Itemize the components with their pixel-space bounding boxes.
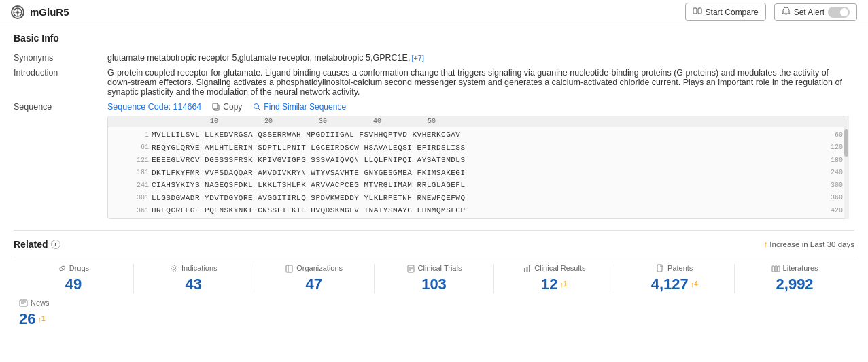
svg-point-1: [16, 11, 19, 14]
sequence-row: 301 LLGSDGWADR YDVTDGYQRE AVGGITIRLQ SPD…: [108, 192, 848, 205]
stat-value: 4,127 ↑4: [620, 276, 729, 293]
seq-row-data: REQYGLQRVE AMLHTLERIN SDPTLLPNIT LGCEIRD…: [152, 142, 818, 154]
sequence-header: Sequence Code: 114664 Copy: [107, 102, 849, 112]
stat-icon: [19, 299, 28, 308]
stat-icon: [406, 264, 415, 273]
sequence-scrollbar[interactable]: [844, 116, 849, 219]
sequence-scrollbar-thumb: [844, 129, 848, 157]
synonyms-tag-link[interactable]: [+7]: [411, 54, 424, 62]
header-right: Start Compare Set Alert: [685, 3, 857, 21]
copy-button[interactable]: Copy: [212, 102, 242, 112]
sequence-row: Sequence Sequence Code: 114664 Copy: [14, 99, 854, 222]
ruler-30: 30: [296, 118, 350, 125]
related-info-icon[interactable]: i: [51, 240, 60, 249]
stat-label: Drugs: [19, 264, 128, 273]
alert-toggle[interactable]: [828, 7, 850, 18]
seq-row-end: 180: [818, 155, 843, 165]
seq-row-start: 181: [114, 167, 149, 178]
molecule-icon: [11, 5, 24, 19]
stat-item[interactable]: Patents 4,127 ↑4: [614, 264, 735, 293]
increase-label: ↑ Increase in Last 30 days: [763, 240, 854, 249]
svg-rect-6: [693, 8, 697, 14]
svg-line-13: [60, 267, 64, 270]
sequence-label: Sequence: [14, 99, 102, 222]
stat-name: Clinical Trials: [418, 264, 462, 272]
related-section: Related i ↑ Increase in Last 30 days Dru…: [14, 239, 854, 328]
seq-row-data: DKTLFKYFMR VVPSDAQQAR AMVDIVKRYN WTYVSAV…: [152, 167, 818, 179]
seq-row-data: MVLLLILSVL LLKEDVRGSA QSSERRWAH MPGDIIIG…: [152, 129, 818, 141]
seq-row-end: 60: [818, 130, 843, 140]
svg-line-11: [258, 108, 260, 110]
ruler-20: 20: [241, 118, 296, 125]
stat-item[interactable]: Clinical Results 12 ↑1: [494, 264, 614, 293]
stat-value: 12 ↑1: [500, 276, 608, 293]
introduction-value: G-protein coupled receptor for glutamate…: [102, 65, 854, 99]
svg-rect-22: [524, 268, 525, 272]
sequence-row: 181 DKTLFKYFMR VVPSDAQQAR AMVDIVKRYN WTY…: [108, 167, 848, 180]
ruler-40: 40: [350, 118, 404, 125]
stat-name: Literatures: [783, 264, 818, 272]
stat-name: News: [31, 299, 50, 307]
seq-row-data: EEEEGLVRCV DGSSSSFRSK KPIVGVIGPG SSSVAIQ…: [152, 154, 818, 166]
svg-rect-24: [529, 265, 530, 272]
start-compare-button[interactable]: Start Compare: [685, 3, 766, 21]
stat-item[interactable]: Drugs 49: [14, 264, 134, 293]
compare-icon: [693, 6, 702, 18]
stat-item[interactable]: Literatures 2,992: [735, 264, 854, 293]
stat-item[interactable]: Clinical Trials 103: [375, 264, 495, 293]
stat-icon: [523, 264, 532, 273]
alert-label: Set Alert: [794, 7, 824, 17]
stat-item[interactable]: Organizations 47: [254, 264, 375, 293]
sequence-ruler: 10 20 30 40 50: [108, 116, 848, 127]
seq-row-start: 1: [114, 130, 149, 140]
seq-row-start: 241: [114, 180, 149, 191]
stat-number: 12: [541, 276, 557, 293]
stat-value: 26 ↑1: [19, 310, 50, 328]
header-left: mGluR5: [11, 5, 69, 19]
stat-number: 2,992: [776, 276, 814, 293]
stat-number: 26: [19, 310, 35, 328]
synonyms-value: glutamate metabotropic receptor 5,glutam…: [102, 50, 854, 65]
stat-badge: ↑1: [37, 315, 45, 323]
basic-info-title: Basic Info: [14, 33, 854, 44]
seq-row-end: 420: [818, 205, 843, 216]
stats-row2: News 26 ↑1: [14, 293, 854, 328]
sequence-row: 361 HRFQCRLEGF PQENSKYNKT CNSSLTLKTH HVQ…: [108, 204, 848, 217]
introduction-row: Introduction G-protein coupled receptor …: [14, 65, 854, 99]
stat-item-news[interactable]: News 26 ↑1: [14, 299, 55, 328]
stat-name: Patents: [667, 264, 693, 272]
stats-row: Drugs 49 Indications 43 Organizations 47…: [14, 257, 854, 293]
stat-number: 47: [305, 276, 322, 293]
svg-rect-7: [698, 8, 701, 14]
stat-name: Clinical Results: [534, 264, 585, 272]
stat-label: Indications: [139, 264, 248, 273]
compare-label: Start Compare: [706, 7, 759, 17]
stat-name: Indications: [181, 264, 218, 272]
increase-arrow-icon: ↑: [763, 240, 767, 249]
sequence-code-link[interactable]: Sequence Code: 114664: [107, 102, 201, 112]
stat-icon: [170, 264, 179, 273]
stat-label: News: [19, 299, 50, 308]
stat-badge: ↑1: [560, 280, 568, 289]
stat-label: Organizations: [260, 264, 368, 273]
set-alert-button[interactable]: Set Alert: [774, 3, 857, 21]
seq-row-start: 361: [114, 205, 149, 216]
stat-item[interactable]: Indications 43: [134, 264, 254, 293]
stat-label: Clinical Results: [500, 264, 608, 273]
info-table: Synonyms glutamate metabotropic receptor…: [14, 50, 854, 222]
sequence-row: 61 REQYGLQRVE AMLHTLERIN SDPTLLPNIT LGCE…: [108, 142, 848, 154]
stat-label: Literatures: [740, 264, 849, 273]
svg-rect-28: [778, 266, 780, 272]
seq-row-start: 121: [114, 155, 149, 165]
introduction-label: Introduction: [14, 65, 102, 99]
seq-row-end: 300: [818, 180, 843, 191]
stat-label: Clinical Trials: [380, 264, 489, 273]
find-similar-button[interactable]: Find Similar Sequence: [253, 102, 346, 112]
svg-point-14: [173, 267, 175, 269]
svg-rect-25: [657, 265, 662, 272]
alert-icon: [782, 7, 791, 18]
svg-rect-26: [772, 266, 774, 272]
ruler-50: 50: [404, 118, 459, 125]
related-title: Related i: [14, 239, 60, 250]
section-divider: [14, 230, 854, 231]
